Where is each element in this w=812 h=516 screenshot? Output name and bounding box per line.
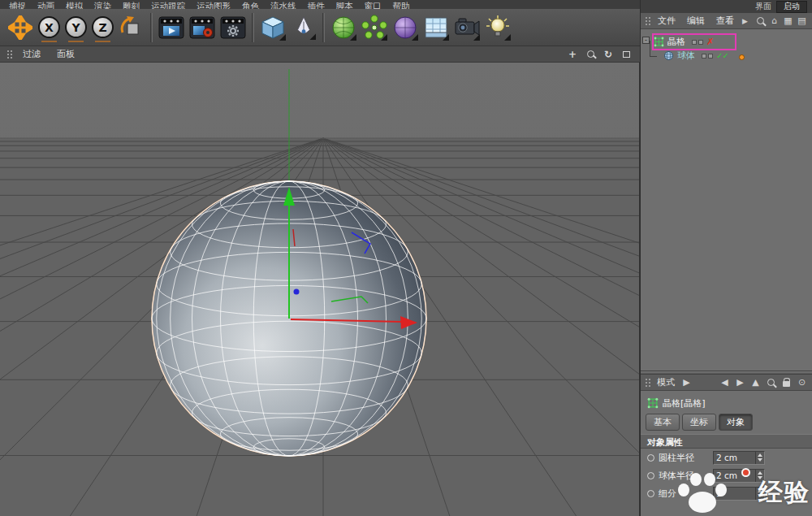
viewport-header: 过滤 面板 + ↻	[0, 46, 640, 63]
spinner-down-icon	[758, 476, 762, 479]
render-settings-button[interactable]	[218, 11, 248, 45]
field-value[interactable]: 2 cm	[714, 452, 755, 464]
am-menu-more-icon[interactable]: ▶	[680, 377, 693, 388]
viewport	[0, 63, 640, 516]
move-tool-button[interactable]	[5, 11, 36, 45]
object-state-icon[interactable]: ✗	[706, 37, 714, 47]
menu-item[interactable]: 插件	[302, 0, 330, 9]
am-back-icon[interactable]: ◀	[719, 377, 731, 388]
axis-x-button[interactable]: X	[36, 11, 63, 45]
layout-dropdown[interactable]: 启动	[776, 1, 807, 13]
keyframe-circle-icon[interactable]	[647, 454, 654, 462]
keyframe-circle-icon[interactable]	[647, 490, 654, 497]
attribute-tabs: 基本 坐标 对象	[641, 412, 812, 434]
viewport-maximize-icon[interactable]	[619, 49, 633, 60]
spinner-down-icon	[758, 458, 762, 462]
om-layout-icon[interactable]: ▦	[782, 15, 794, 26]
coordinate-system-button[interactable]	[116, 11, 147, 45]
am-forward-icon[interactable]: ▶	[734, 377, 746, 388]
camera-button[interactable]	[451, 11, 482, 45]
object-label[interactable]: 球体	[677, 50, 695, 62]
am-menu-mode[interactable]: 模式	[654, 376, 677, 388]
menu-item[interactable]: 运动图形	[191, 0, 236, 9]
viewport-pan-icon[interactable]: +	[565, 49, 580, 60]
om-search-icon[interactable]	[754, 17, 767, 24]
menu-item[interactable]: 捕捉	[3, 0, 32, 9]
menu-item[interactable]: 动画	[32, 0, 60, 9]
attribute-row-sphere-radius: 球体半径 2 cm	[641, 466, 812, 484]
spinner[interactable]	[755, 488, 764, 500]
field-value[interactable]: 1	[714, 488, 755, 500]
toolbar-separator	[252, 13, 254, 42]
object-row-sphere[interactable]: 球体 ✓✓	[641, 49, 812, 63]
spinner-up-icon	[758, 489, 762, 492]
pen-icon	[292, 15, 316, 40]
visibility-dots-icon[interactable]	[702, 54, 713, 59]
lock-icon	[783, 381, 790, 387]
menu-item[interactable]: 运动跟踪	[145, 0, 191, 9]
tab-object[interactable]: 对象	[719, 414, 753, 431]
cylinder-radius-field[interactable]: 2 cm	[713, 451, 765, 465]
object-state-icon[interactable]: ✓✓	[716, 51, 728, 60]
interface-label: 界面	[755, 1, 771, 12]
attribute-label: 细分	[659, 488, 704, 500]
menu-item[interactable]: 脚本	[330, 0, 359, 9]
tab-coordinates[interactable]: 坐标	[682, 414, 716, 431]
menu-item[interactable]: 帮助	[387, 0, 416, 9]
menu-item[interactable]: 渲染	[89, 0, 117, 9]
toolbar-separator	[322, 13, 325, 42]
menu-item[interactable]: 雕刻	[117, 0, 145, 9]
viewport-menu-filter[interactable]: 过滤	[16, 48, 47, 60]
floor-sky-icon	[423, 15, 449, 41]
keyframe-circle-icon[interactable]	[647, 472, 654, 479]
sphere-radius-field[interactable]: 2 cm	[713, 469, 765, 483]
lattice-object-icon	[647, 397, 659, 409]
menu-item[interactable]: 窗口	[359, 0, 387, 9]
menu-item[interactable]: 流水线	[265, 0, 302, 9]
render-picture-viewer-button[interactable]	[187, 11, 218, 45]
om-list-icon[interactable]: ▤	[796, 15, 808, 26]
axis-x-badge: X	[38, 16, 60, 38]
viewport-menu-panel[interactable]: 面板	[50, 48, 81, 60]
panel-grip-icon[interactable]	[645, 378, 651, 388]
om-home-icon[interactable]: ⌂	[768, 15, 780, 26]
object-tree: - 晶格 ✗	[641, 29, 812, 371]
axis-z-button[interactable]: Z	[89, 11, 116, 45]
field-value[interactable]: 2 cm	[714, 470, 755, 482]
add-cube-button[interactable]	[257, 11, 288, 45]
main-toolbar: X Y Z	[0, 9, 640, 46]
om-menu-file[interactable]: 文件	[653, 15, 680, 27]
am-search-icon[interactable]	[765, 379, 777, 386]
deformer-button[interactable]	[390, 11, 421, 45]
viewport-rotate-icon[interactable]: ↻	[601, 49, 615, 60]
om-menu-edit[interactable]: 编辑	[682, 15, 710, 27]
visibility-dots-icon[interactable]	[692, 40, 703, 45]
object-label[interactable]: 晶格	[667, 36, 685, 48]
viewport-zoom-icon[interactable]	[583, 49, 598, 60]
toolbar-separator	[150, 13, 153, 42]
menu-item[interactable]: 角色	[236, 0, 265, 9]
square-icon	[623, 51, 630, 58]
panel-grip-icon[interactable]	[645, 16, 651, 26]
axis-y-button[interactable]: Y	[63, 11, 89, 45]
subdivision-field[interactable]: 1	[713, 487, 765, 501]
panel-grip-icon[interactable]	[6, 50, 13, 59]
om-menu-view[interactable]: 查看	[711, 15, 739, 27]
tab-basic[interactable]: 基本	[646, 414, 680, 431]
render-view-button[interactable]	[156, 11, 187, 45]
subdivision-surface-button[interactable]	[328, 11, 359, 45]
light-button[interactable]	[482, 11, 513, 45]
viewport-canvas[interactable]	[0, 63, 640, 516]
pen-tool-button[interactable]	[288, 11, 319, 45]
am-lock-icon[interactable]	[780, 378, 793, 387]
layer-color-dot[interactable]	[739, 54, 745, 60]
am-history-icon[interactable]: ⊙	[796, 377, 808, 388]
spinner[interactable]	[755, 470, 764, 482]
environment-button[interactable]	[421, 11, 451, 45]
om-menu-more-icon[interactable]: ▶	[741, 17, 749, 25]
array-generator-button[interactable]	[359, 11, 390, 45]
menu-item[interactable]: 模拟	[60, 0, 89, 9]
object-row-lattice[interactable]: 晶格 ✗	[641, 35, 812, 49]
am-up-icon[interactable]: ▲	[749, 377, 762, 388]
spinner[interactable]	[755, 452, 764, 464]
